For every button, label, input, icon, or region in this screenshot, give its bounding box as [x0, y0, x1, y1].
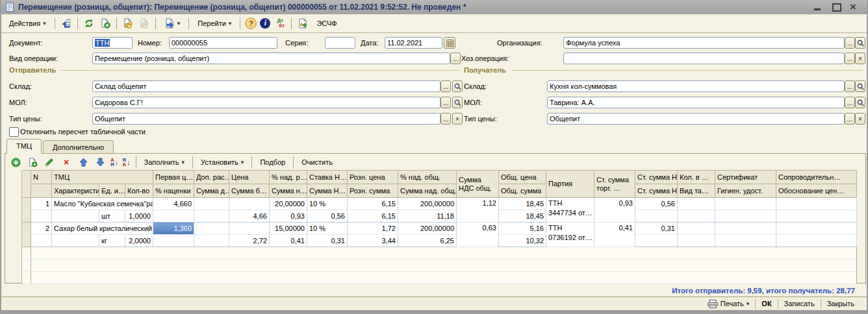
cell-price-justification[interactable]: [776, 210, 857, 223]
sender-price-type-select-button[interactable]: ...: [440, 113, 451, 125]
cell-qty[interactable]: 1,0000: [125, 210, 153, 223]
receiver-price-type-select-button[interactable]: ...: [845, 113, 855, 125]
cell-markup-retail[interactable]: 15,00000: [270, 223, 307, 235]
organization-open-button[interactable]: [855, 37, 865, 49]
add-row-icon[interactable]: [9, 156, 22, 169]
pick-button[interactable]: Подбор: [257, 158, 288, 167]
series-field[interactable]: [325, 37, 355, 49]
info-icon[interactable]: i: [260, 18, 270, 29]
save-button[interactable]: Записать: [778, 298, 821, 310]
receiver-warehouse-select-button[interactable]: ...: [845, 80, 855, 92]
date-field[interactable]: 11.02.2021: [385, 37, 442, 49]
business-operation-clear-button[interactable]: ×: [855, 53, 865, 64]
cell-vat-sum[interactable]: 0,56: [307, 210, 348, 223]
cell-markup-total-sum[interactable]: 11,18: [398, 210, 457, 223]
cell-retail-price[interactable]: 6,15: [348, 198, 398, 210]
cell-vat-rate[interactable]: 10 %: [307, 223, 348, 235]
close-button[interactable]: ×: [850, 3, 859, 11]
empty-cell[interactable]: [31, 272, 857, 284]
cell-accompanying[interactable]: [776, 198, 857, 210]
cell-markup-total[interactable]: 200,00000: [398, 223, 457, 235]
cell-tmc-name[interactable]: Масло "Кубанская семечка"раф…: [52, 198, 153, 210]
cell-packaging-kind[interactable]: [678, 210, 715, 223]
business-operation-select-button[interactable]: ...: [845, 53, 855, 64]
cell-markup-retail[interactable]: 20,00000: [270, 198, 307, 210]
cell-qty-in[interactable]: [678, 198, 715, 210]
cell-total-sum[interactable]: 10,32: [499, 235, 546, 247]
cell-retail-sum[interactable]: 6,15: [348, 210, 398, 223]
receiver-price-type-clear-button[interactable]: ×: [855, 113, 865, 125]
cell-price-justification[interactable]: [776, 235, 857, 247]
cell-n[interactable]: 2: [31, 223, 52, 235]
tab-tmc[interactable]: ТМЦ: [6, 139, 42, 154]
sort-asc-icon[interactable]: АЯ ↓: [110, 158, 118, 167]
cell-first-price-selected[interactable]: 1,360: [153, 223, 194, 235]
fill-button[interactable]: Заполнить ▾: [142, 158, 188, 167]
unpost-document-icon[interactable]: [138, 17, 151, 30]
disable-recalc-checkbox[interactable]: [9, 127, 19, 137]
cell-cost-trade[interactable]: 0,41: [594, 223, 635, 247]
ok-button[interactable]: ОК: [756, 298, 777, 310]
cell-qty-in[interactable]: [678, 223, 715, 235]
window-titlebar[interactable]: Перемещение (розница, общепит): Перемеще…: [1, 0, 867, 14]
cell-total-sum[interactable]: 18,45: [499, 210, 546, 223]
cell-n-sub[interactable]: [31, 210, 52, 223]
receiver-mol-field[interactable]: Таврина: А.А.: [547, 97, 845, 108]
cell-characteristic[interactable]: [52, 235, 99, 247]
help-icon[interactable]: ?: [245, 18, 257, 29]
organization-field[interactable]: Формула успеха: [563, 37, 845, 49]
cell-cost-vat[interactable]: 0,31: [635, 223, 678, 235]
cell-accompanying[interactable]: [776, 223, 857, 235]
cell-hygiene[interactable]: [715, 235, 776, 247]
cell-total-price[interactable]: 18,45: [499, 198, 546, 210]
cell-batch[interactable]: ТТН3447734 от…: [546, 198, 594, 223]
set-button[interactable]: Установить ▾: [198, 158, 246, 167]
copy-document-icon[interactable]: [99, 17, 112, 30]
move-down-icon[interactable]: [94, 156, 107, 169]
cell-unit[interactable]: кг: [99, 235, 125, 247]
sender-price-type-field[interactable]: Общепит: [92, 113, 440, 125]
sender-mol-select-button[interactable]: ...: [440, 97, 451, 108]
cell-total-price[interactable]: 5,16: [499, 223, 546, 235]
cell-vat-sum-total[interactable]: 1,12: [457, 198, 499, 223]
operation-kind-field[interactable]: Перемещение (розница, общепит): [92, 53, 450, 64]
dt-kt-postings-icon[interactable]: Дт Кт: [274, 17, 287, 30]
empty-cell[interactable]: [31, 247, 857, 260]
cell-price[interactable]: [229, 198, 270, 210]
sender-warehouse-field[interactable]: Склад общепит: [92, 80, 440, 92]
actions-button[interactable]: Действия ▾: [5, 18, 50, 29]
number-field[interactable]: 000000055: [169, 37, 277, 49]
cell-hygiene[interactable]: [715, 210, 776, 223]
organization-select-button[interactable]: ...: [845, 37, 855, 49]
edit-row-icon[interactable]: [43, 156, 56, 169]
cell-vat-rate[interactable]: 10 %: [307, 198, 348, 210]
cell-price[interactable]: [229, 223, 270, 235]
cell-sum-without[interactable]: 4,66: [229, 210, 270, 223]
operation-kind-select-button[interactable]: ...: [450, 53, 461, 64]
empty-cell[interactable]: [31, 260, 857, 272]
cell-certificate[interactable]: [715, 198, 776, 210]
print-button[interactable]: Печать ▾: [702, 298, 756, 310]
copy-row-icon[interactable]: [26, 156, 39, 169]
cell-vat-sum-total[interactable]: 0,63: [457, 223, 499, 247]
sender-warehouse-select-button[interactable]: ...: [440, 80, 451, 92]
post-document-icon[interactable]: [121, 17, 134, 30]
move-up-icon[interactable]: [77, 156, 90, 169]
cell-retail-price[interactable]: 1,72: [348, 223, 398, 235]
cell-extra-sum[interactable]: [194, 210, 229, 223]
save-document-icon[interactable]: [60, 17, 73, 30]
cell-markup-total[interactable]: 200,00000: [398, 198, 457, 210]
cell-cost-vat-2[interactable]: [635, 235, 678, 247]
cell-markup-total-sum[interactable]: 6,25: [398, 235, 457, 247]
cell-n-sub[interactable]: [31, 235, 52, 247]
cell-retail-sum[interactable]: 3,44: [348, 235, 398, 247]
tab-additional[interactable]: Дополнительно: [43, 140, 114, 154]
cell-packaging-kind[interactable]: [678, 235, 715, 247]
cell-certificate[interactable]: [715, 223, 776, 235]
refresh-icon[interactable]: [83, 17, 96, 30]
sender-price-type-clear-button[interactable]: ×: [452, 113, 463, 125]
cell-vat-sum[interactable]: 0,31: [307, 235, 348, 247]
cell-markup-sum[interactable]: 0,93: [270, 210, 307, 223]
cell-qty[interactable]: 2,0000: [125, 235, 153, 247]
cell-characteristic[interactable]: [52, 210, 99, 223]
